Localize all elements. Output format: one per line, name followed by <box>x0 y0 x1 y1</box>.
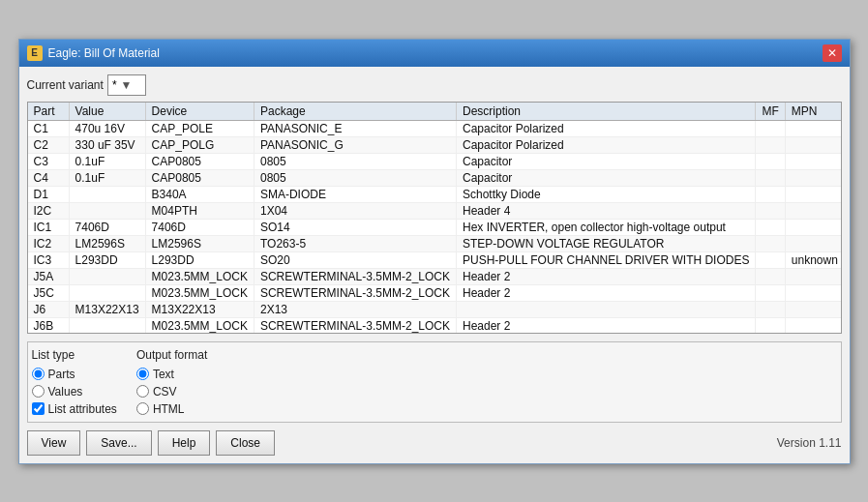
table-cell <box>756 317 785 334</box>
table-cell: 0.1uF <box>69 153 145 169</box>
table-cell: M023.5MM_LOCK <box>145 284 254 301</box>
table-cell: C3 <box>28 153 70 169</box>
radio-html[interactable] <box>136 402 149 415</box>
main-window: E Eagle: Bill Of Material ✕ Current vari… <box>18 39 851 464</box>
checkbox-list-attributes-row[interactable]: List attributes <box>32 402 117 416</box>
table-cell: Header 4 <box>456 202 755 219</box>
table-cell: SCREWTERMINAL-3.5MM-2_LOCK <box>254 284 456 301</box>
table-cell: 0805 <box>254 169 456 186</box>
col-device: Device <box>145 103 254 121</box>
table-cell <box>785 120 841 136</box>
radio-html-row[interactable]: HTML <box>136 402 207 416</box>
table-row: C1470u 16VCAP_POLEPANASONIC_ECapacitor P… <box>28 120 842 136</box>
footer-row: View Save... Help Close Version 1.11 <box>27 430 842 456</box>
radio-text-row[interactable]: Text <box>136 368 207 381</box>
table-row: I2CM04PTH1X04Header 4 <box>28 202 842 219</box>
table-cell <box>785 186 841 202</box>
bom-table-container[interactable]: Part Value Device Package Description MF… <box>27 102 842 334</box>
radio-parts-row[interactable]: Parts <box>32 368 117 381</box>
radio-csv-row[interactable]: CSV <box>136 385 207 399</box>
radio-text[interactable] <box>136 368 149 380</box>
table-cell: Capacitor <box>456 169 755 186</box>
current-variant-row: Current variant * ▼ <box>27 74 842 96</box>
table-cell <box>756 268 785 284</box>
table-cell: STEP-DOWN VOLTAGE REGULATOR <box>456 235 755 251</box>
help-button[interactable]: Help <box>158 430 211 456</box>
table-cell: CAP_POLG <box>145 136 254 153</box>
current-variant-dropdown[interactable]: * ▼ <box>107 74 146 96</box>
table-cell: C2 <box>28 136 70 153</box>
table-cell: IC1 <box>28 219 70 235</box>
table-cell: Header 2 <box>456 284 755 301</box>
save-button[interactable]: Save... <box>86 430 151 456</box>
table-cell: LM2596S <box>69 235 145 251</box>
checkbox-list-attributes-label: List attributes <box>48 402 117 416</box>
table-cell: J5A <box>28 268 70 284</box>
table-cell: J5C <box>28 284 70 301</box>
table-cell: CAP0805 <box>145 153 254 169</box>
table-cell: LM2596S <box>145 235 254 251</box>
table-row: IC17406D7406DSO14Hex INVERTER, open coll… <box>28 219 842 235</box>
title-bar: E Eagle: Bill Of Material ✕ <box>19 40 850 67</box>
col-package: Package <box>254 103 456 121</box>
table-cell <box>785 284 841 301</box>
table-cell <box>756 202 785 219</box>
table-cell: M13X22X13 <box>69 301 145 317</box>
table-cell <box>69 202 145 219</box>
table-cell: J6B <box>28 317 70 334</box>
dropdown-arrow-icon: ▼ <box>121 78 133 92</box>
table-cell <box>756 120 785 136</box>
table-cell: Header 2 <box>456 268 755 284</box>
table-cell <box>785 153 841 169</box>
table-cell: PUSH-PULL FOUR CHANNEL DRIVER WITH DIODE… <box>456 251 755 268</box>
table-cell: 7406D <box>145 219 254 235</box>
checkbox-list-attributes[interactable] <box>32 402 45 415</box>
table-cell <box>785 317 841 334</box>
close-window-button[interactable]: ✕ <box>823 44 842 62</box>
table-cell <box>756 186 785 202</box>
col-value: Value <box>69 103 145 121</box>
radio-values[interactable] <box>32 385 45 398</box>
table-cell: Schottky Diode <box>456 186 755 202</box>
table-cell: CAP0805 <box>145 169 254 186</box>
table-cell <box>756 301 785 317</box>
table-cell: L293DD <box>69 251 145 268</box>
table-cell <box>756 219 785 235</box>
col-mf: MF <box>756 103 785 121</box>
close-button[interactable]: Close <box>216 430 275 456</box>
table-cell <box>756 169 785 186</box>
table-cell: M13X22X13 <box>145 301 254 317</box>
table-cell: M023.5MM_LOCK <box>145 268 254 284</box>
radio-csv[interactable] <box>136 385 149 398</box>
table-cell: M023.5MM_LOCK <box>145 317 254 334</box>
table-row: C30.1uFCAP08050805Capacitor <box>28 153 842 169</box>
table-cell: Capacitor Polarized <box>456 120 755 136</box>
radio-values-row[interactable]: Values <box>32 385 117 399</box>
table-cell: 7406D <box>69 219 145 235</box>
table-cell: TO263-5 <box>254 235 456 251</box>
table-cell <box>785 301 841 317</box>
table-cell: B340A <box>145 186 254 202</box>
app-icon: E <box>27 45 43 61</box>
radio-parts[interactable] <box>32 368 45 380</box>
table-cell: 0.1uF <box>69 169 145 186</box>
table-cell: IC2 <box>28 235 70 251</box>
table-cell <box>785 202 841 219</box>
table-row: C40.1uFCAP08050805Capacitor <box>28 169 842 186</box>
table-cell <box>456 301 755 317</box>
table-cell <box>785 235 841 251</box>
table-row: IC2LM2596SLM2596STO263-5STEP-DOWN VOLTAG… <box>28 235 842 251</box>
bom-table: Part Value Device Package Description MF… <box>28 103 842 334</box>
table-cell: SCREWTERMINAL-3.5MM-2_LOCK <box>254 317 456 334</box>
table-cell: I2C <box>28 202 70 219</box>
table-cell <box>756 251 785 268</box>
radio-csv-label: CSV <box>153 385 177 399</box>
table-cell: SMA-DIODE <box>254 186 456 202</box>
table-cell: 330 uF 35V <box>69 136 145 153</box>
table-cell: L293DD <box>145 251 254 268</box>
table-cell: M04PTH <box>145 202 254 219</box>
view-button[interactable]: View <box>27 430 81 456</box>
table-cell: SCREWTERMINAL-3.5MM-2_LOCK <box>254 268 456 284</box>
table-cell: C1 <box>28 120 70 136</box>
table-cell: SO14 <box>254 219 456 235</box>
